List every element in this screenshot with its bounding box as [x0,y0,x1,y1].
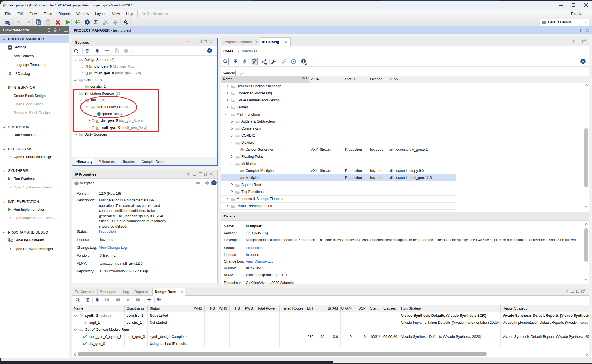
svg-text:10: 10 [78,22,81,24]
svg-text:?: ? [116,50,117,53]
svg-text:01: 01 [78,20,81,22]
svg-text:10: 10 [11,240,13,242]
svg-text:01: 01 [11,239,13,240]
